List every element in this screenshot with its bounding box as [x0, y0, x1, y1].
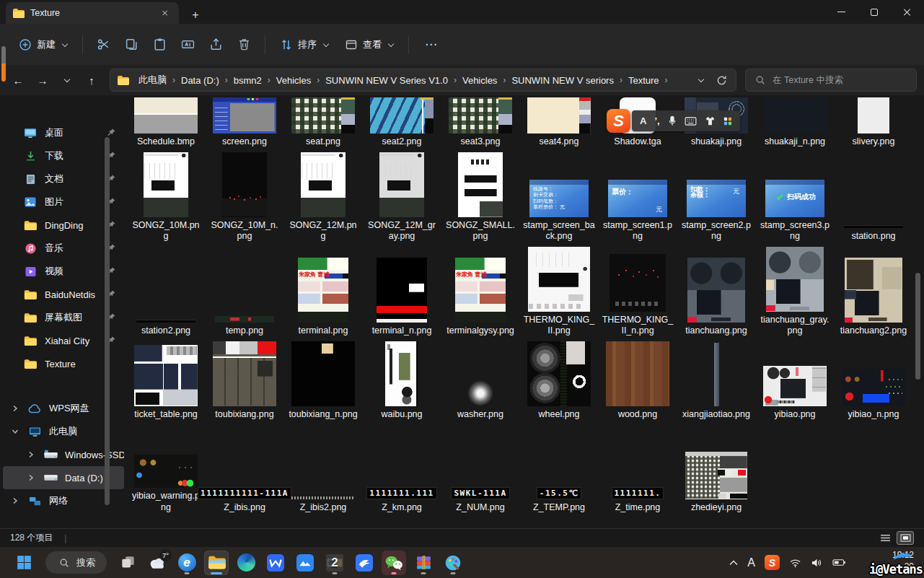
sidebar-scrollbar[interactable]: [105, 137, 110, 505]
refresh-icon[interactable]: [715, 74, 729, 87]
thumbnail-view-button[interactable]: [897, 531, 914, 545]
chevron-right-icon[interactable]: [26, 450, 36, 460]
file-item[interactable]: zhedieyi.png: [680, 450, 752, 514]
ime-letter-mode-icon[interactable]: A: [640, 115, 646, 126]
sort-button[interactable]: 排序: [273, 32, 336, 57]
file-item[interactable]: -15.5℃Z_TEMP.png: [523, 450, 595, 514]
file-item[interactable]: 朱家角 曹浦terminalgysy.png: [444, 258, 516, 337]
file-item[interactable]: 朱家角 曹浦terminal.png: [287, 258, 359, 337]
search-input[interactable]: 在 Texture 中搜索: [745, 69, 917, 92]
file-item[interactable]: wood.png: [602, 341, 674, 421]
file-item[interactable]: Z_ibis2.png: [287, 450, 359, 514]
toolbox-grid-icon[interactable]: [723, 117, 732, 126]
file-item[interactable]: 票价：元stamp_screen1.png: [602, 152, 674, 242]
file-item[interactable]: seat2.png: [366, 97, 438, 148]
chevron-down-icon[interactable]: [10, 426, 20, 437]
file-item[interactable]: yibiao_n.png: [837, 341, 910, 421]
file-item[interactable]: slivery.png: [837, 97, 910, 148]
keyboard-icon[interactable]: [685, 117, 697, 126]
tab-close-icon[interactable]: [159, 6, 172, 19]
breadcrumb-item[interactable]: Texture: [625, 74, 663, 87]
file-item[interactable]: station2.png: [130, 258, 202, 337]
winrar-icon[interactable]: [411, 551, 436, 575]
file-item[interactable]: 1111111111-111AZ_ibis.png: [208, 450, 281, 514]
file-item[interactable]: toubixiang.png: [208, 341, 281, 421]
bus-game-2-icon[interactable]: 2: [322, 551, 347, 575]
file-item[interactable]: Schedule.bmp: [130, 97, 202, 148]
view-button[interactable]: 查看: [338, 32, 401, 57]
file-item[interactable]: washer.png: [444, 341, 516, 421]
battery-icon[interactable]: [832, 559, 846, 566]
chevron-right-icon[interactable]: [26, 473, 36, 483]
wechat-icon[interactable]: [382, 551, 406, 575]
edge-browser-icon[interactable]: [234, 551, 258, 575]
file-item[interactable]: 1111111.Z_time.png: [602, 450, 674, 514]
thunder-downloader-icon[interactable]: [352, 551, 377, 575]
file-item[interactable]: seat4.png: [523, 97, 595, 148]
chevron-right-icon[interactable]: [10, 496, 20, 506]
file-item[interactable]: SONGZ_12M_gray.png: [366, 152, 438, 242]
sogou-ime-bar[interactable]: S A ’,: [607, 109, 740, 133]
minimize-button[interactable]: [824, 0, 858, 24]
file-item[interactable]: SONGZ_SMALL.png: [444, 152, 516, 242]
file-item[interactable]: yibiao_warning.png: [130, 439, 202, 513]
file-item[interactable]: seat.png: [287, 97, 359, 148]
up-button[interactable]: ↑: [81, 69, 102, 91]
share-button[interactable]: [203, 32, 229, 57]
copy-button[interactable]: [118, 32, 145, 57]
breadcrumb-item[interactable]: 此电脑: [135, 72, 170, 88]
more-options-button[interactable]: ⋯: [416, 32, 446, 56]
back-button[interactable]: ←: [7, 69, 29, 91]
file-item[interactable]: toubixiang_n.png: [287, 341, 359, 421]
file-item[interactable]: waibu.png: [366, 341, 438, 421]
m-app-icon[interactable]: [293, 551, 317, 575]
file-item[interactable]: tianchuang.png: [680, 258, 752, 337]
file-item[interactable]: 扫码成功✔stamp_screen3.png: [759, 152, 831, 242]
tray-expand-icon[interactable]: [729, 560, 738, 566]
ime-punctuation-icon[interactable]: ’,: [654, 115, 659, 126]
file-item[interactable]: THERMO_KING_II_n.png: [602, 247, 674, 337]
tab-texture[interactable]: Texture: [6, 2, 179, 24]
browser-e-icon[interactable]: e: [175, 551, 199, 575]
content-scrollbar[interactable]: [915, 273, 920, 380]
file-item[interactable]: xiangjiaotiao.png: [680, 341, 752, 421]
microphone-icon[interactable]: [668, 115, 677, 126]
details-view-button[interactable]: [876, 531, 894, 545]
address-bar[interactable]: 此电脑›Data (D:)›bsmn2›Vehicles›SUNWIN NEW …: [110, 69, 736, 92]
file-item[interactable]: seat3.png: [444, 97, 516, 148]
file-item[interactable]: tianchuang2.png: [837, 258, 910, 337]
task-view-button-icon[interactable]: [115, 551, 140, 575]
file-item[interactable]: yibiao.png: [759, 341, 831, 421]
wps-office-icon[interactable]: [263, 551, 288, 575]
file-item[interactable]: ticket_table.png: [130, 341, 202, 421]
file-item[interactable]: terminal_n.png: [366, 258, 438, 337]
file-item[interactable]: temp.png: [208, 258, 281, 337]
volume-icon[interactable]: [811, 558, 823, 568]
breadcrumb-item[interactable]: bsmn2: [230, 74, 265, 87]
file-item[interactable]: shuakaji_n.png: [759, 97, 831, 148]
file-item[interactable]: station.png: [837, 163, 910, 242]
file-item[interactable]: SONGZ_10M_n.png: [208, 152, 281, 242]
file-item[interactable]: 线路号： 刷卡交易： 扫码笔数： 单程票价： 元stamp_screen_bac…: [523, 152, 595, 242]
file-item[interactable]: wheel.png: [523, 341, 595, 421]
skin-shirt-icon[interactable]: [705, 116, 716, 126]
address-dropdown-icon[interactable]: [698, 76, 705, 84]
maximize-button[interactable]: [858, 0, 891, 24]
file-item[interactable]: THERMO_KING_II.png: [523, 247, 595, 337]
recent-locations-button[interactable]: [56, 69, 78, 91]
file-item[interactable]: SWKL-111AZ_NUM.png: [444, 450, 516, 514]
start-button-icon[interactable]: [12, 551, 36, 575]
file-item[interactable]: 1111111.111Z_km.png: [366, 450, 438, 514]
wifi-icon[interactable]: [789, 558, 801, 568]
new-button[interactable]: 新建: [12, 32, 75, 57]
breadcrumb-item[interactable]: Vehicles: [459, 74, 501, 87]
rename-button[interactable]: [175, 32, 201, 57]
paint-icon[interactable]: [441, 551, 465, 575]
docked-handle[interactable]: [1, 46, 6, 82]
sogou-logo-icon[interactable]: S: [607, 109, 630, 133]
sogou-tray-icon[interactable]: S: [765, 555, 780, 570]
cut-button[interactable]: [90, 32, 117, 57]
file-item[interactable]: SONGZ_10M.png: [130, 152, 202, 242]
taskbar-search[interactable]: 搜索: [45, 551, 107, 574]
breadcrumb-item[interactable]: SUNWIN NEW V Series V1.0: [322, 74, 452, 87]
